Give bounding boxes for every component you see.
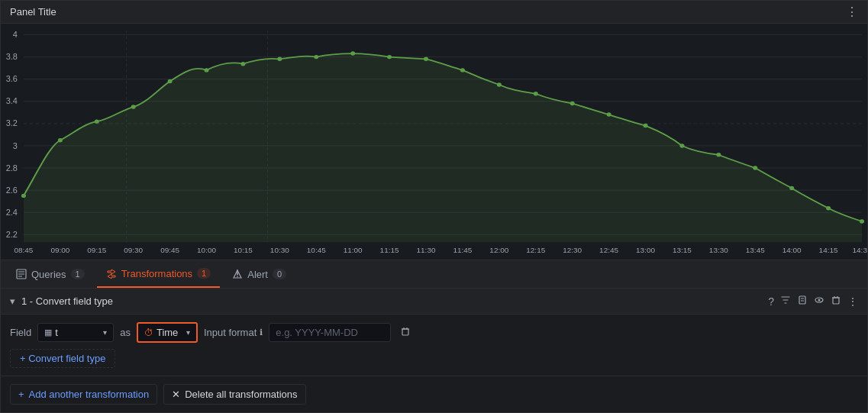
svg-point-37 [534,92,538,95]
more-icon[interactable]: ⋮ [847,295,858,308]
transform-title: 1 - Convert field type [21,295,113,307]
svg-point-30 [277,57,282,61]
tab-alert-badge: 0 [273,269,286,279]
svg-text:11:45: 11:45 [453,246,472,253]
chart-svg: 4 3.8 3.6 3.4 3.2 3 2.8 2.6 2.4 2.2 [1,24,867,260]
svg-point-31 [314,55,318,59]
delete-all-x-icon: ✕ [172,389,180,400]
type-select-arrow-icon: ▾ [186,328,190,337]
delete-row-icon [400,326,411,337]
info-small-icon[interactable]: ℹ [260,327,263,337]
svg-text:14:15: 14:15 [819,246,838,253]
input-format-label: Input format ℹ [204,327,263,338]
svg-text:14:00: 14:00 [782,246,802,253]
delete-all-label: Delete all transformations [185,389,297,400]
tab-transformations[interactable]: Transformations 1 [97,260,221,288]
svg-text:13:00: 13:00 [636,246,655,253]
transform-section: ▾ 1 - Convert field type ? ⋮ [1,289,867,376]
panel-container: Panel Title ⋮ 4 3.8 3.6 3.4 3.2 3 2.8 2.… [0,0,868,413]
add-transform-plus-icon: + [18,389,24,400]
transform-header-left: ▾ 1 - Convert field type [10,295,113,307]
tab-queries-label: Queries [31,269,66,280]
svg-point-26 [131,105,136,108]
svg-text:09:00: 09:00 [50,246,69,253]
svg-point-25 [95,119,99,123]
svg-text:4: 4 [13,31,18,39]
add-row-label: + Convert field type [20,353,105,364]
svg-text:09:45: 09:45 [160,246,179,253]
format-input[interactable] [269,323,391,342]
info-icon[interactable]: ? [768,295,774,308]
svg-text:12:30: 12:30 [563,246,582,253]
svg-point-46 [860,219,864,223]
svg-point-29 [240,62,245,66]
collapse-chevron[interactable]: ▾ [10,295,15,307]
field-select-arrow-icon: ▾ [103,328,107,337]
bottom-bar: + Add another transformation ✕ Delete al… [1,376,867,412]
queries-icon [16,269,27,279]
tab-transformations-badge: 1 [197,268,211,279]
svg-text:09:15: 09:15 [87,246,106,253]
transformations-icon [106,268,117,279]
tab-alert-label: Alert [247,269,268,280]
svg-point-44 [789,186,794,190]
svg-point-27 [168,79,173,83]
svg-text:09:30: 09:30 [124,246,143,253]
svg-point-42 [716,153,721,156]
field-select[interactable]: ▦ t ▾ [37,323,114,342]
transform-row: Field ▦ t ▾ as ⏱ Time ▾ Input format [10,322,858,343]
svg-text:y: y [27,258,31,260]
svg-point-77 [237,276,238,278]
svg-text:2.4: 2.4 [6,208,18,216]
svg-text:14:30: 14:30 [853,246,867,253]
svg-point-28 [205,68,209,72]
svg-text:11:15: 11:15 [380,246,399,253]
svg-text:12:00: 12:00 [489,246,508,253]
trash-icon[interactable] [831,295,841,308]
debug-icon[interactable] [797,295,808,308]
svg-text:10:45: 10:45 [307,246,326,253]
svg-text:11:00: 11:00 [344,246,363,253]
svg-rect-83 [833,298,839,304]
svg-point-33 [387,55,392,59]
svg-point-35 [460,68,465,72]
svg-point-32 [350,51,355,55]
svg-point-43 [753,166,757,169]
time-value: Time [156,327,178,338]
tab-alert[interactable]: Alert 0 [223,260,295,288]
filter-icon[interactable] [780,295,791,308]
svg-text:12:15: 12:15 [526,246,545,253]
as-label: as [120,327,131,338]
svg-text:13:15: 13:15 [673,246,692,253]
svg-text:3.6: 3.6 [6,75,18,83]
delete-all-button[interactable]: ✕ Delete all transformations [163,384,305,405]
svg-text:12:45: 12:45 [599,246,618,253]
field-label: Field [10,327,31,338]
svg-point-39 [607,112,611,116]
add-convert-field-button[interactable]: + Convert field type [10,349,115,368]
svg-point-23 [21,194,26,198]
svg-text:3.2: 3.2 [6,119,18,127]
panel-header: Panel Title ⋮ [1,1,867,24]
tab-queries[interactable]: Queries 1 [7,260,94,288]
add-transformation-button[interactable]: + Add another transformation [10,384,157,405]
svg-point-40 [644,124,648,127]
transform-body: Field ▦ t ▾ as ⏱ Time ▾ Input format [1,315,867,376]
type-select[interactable]: ⏱ Time ▾ [137,322,198,343]
svg-rect-78 [799,296,805,304]
add-transformation-label: Add another transformation [29,389,150,400]
transform-header[interactable]: ▾ 1 - Convert field type ? ⋮ [1,289,867,315]
transform-header-right: ? ⋮ [768,295,858,308]
eye-icon[interactable] [814,295,824,308]
chart-area: 4 3.8 3.6 3.4 3.2 3 2.8 2.6 2.4 2.2 [1,24,867,260]
alert-icon [232,269,243,279]
svg-rect-87 [402,329,408,335]
tab-transformations-label: Transformations [121,268,192,279]
delete-row-button[interactable] [397,323,414,342]
svg-text:13:30: 13:30 [709,246,728,253]
panel-menu-icon[interactable]: ⋮ [846,5,858,19]
svg-text:3: 3 [13,141,18,150]
svg-text:2.8: 2.8 [6,163,18,172]
svg-point-45 [826,206,831,210]
svg-point-38 [570,102,575,105]
